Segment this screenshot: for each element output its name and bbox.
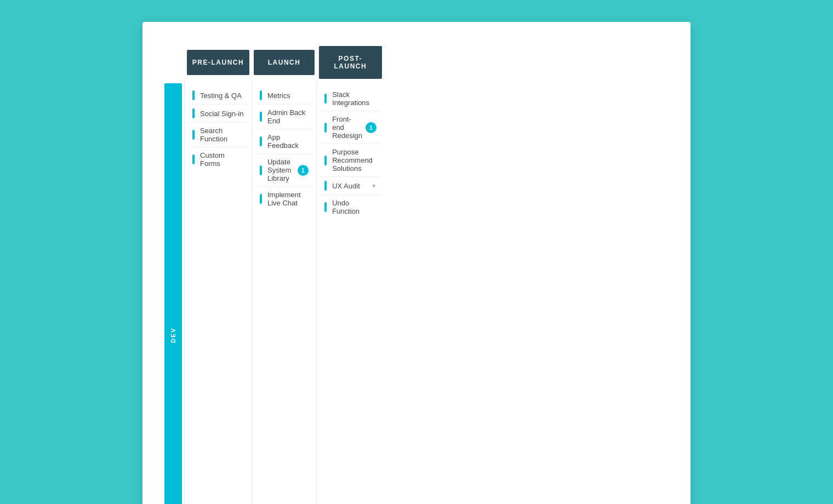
task-label: Metrics: [267, 91, 309, 100]
task-item[interactable]: Slack Integrations: [320, 87, 381, 111]
task-item[interactable]: Undo Function: [320, 195, 381, 219]
task-item[interactable]: Purpose Recommend Solutions: [320, 144, 381, 177]
task-item[interactable]: Testing & QA: [188, 87, 248, 105]
col-header-label: LAUNCH: [254, 50, 314, 75]
task-label: Search Function: [200, 127, 244, 143]
row-dev: DEVTesting & QASocial Sign-inSearch Func…: [164, 81, 384, 504]
kanban-grid: PRE-LAUNCHLAUNCHPOST-LAUNCHDEVTesting & …: [164, 44, 669, 504]
task-bar: [324, 156, 327, 165]
task-bar: [192, 108, 195, 118]
task-bar: [260, 136, 262, 146]
task-bar: [260, 90, 262, 100]
task-item[interactable]: Front-end Redesign1: [320, 111, 381, 144]
task-label: Testing & QA: [200, 91, 244, 100]
col-header-label: POST-LAUNCH: [319, 46, 382, 79]
task-item[interactable]: UX Audit▼: [320, 177, 381, 195]
task-label: Social Sign-in: [200, 110, 244, 118]
cell-dev-pre-launch: Testing & QASocial Sign-inSearch Functio…: [185, 81, 252, 504]
task-bar: [324, 181, 327, 191]
task-item[interactable]: Admin Back End: [255, 105, 313, 129]
task-label: Update System Library: [267, 158, 294, 182]
task-item[interactable]: Search Function: [188, 123, 248, 147]
task-label: Purpose Recommend Solutions: [332, 148, 376, 173]
col-header-launch: LAUNCH: [252, 44, 316, 81]
task-bar: [192, 154, 195, 164]
task-item[interactable]: Implement Live Chat: [255, 187, 313, 211]
task-bar: [324, 202, 327, 212]
task-item[interactable]: Update System Library1: [255, 154, 313, 187]
task-item[interactable]: Social Sign-in: [188, 105, 248, 123]
col-header-pre-launch: PRE-LAUNCH: [185, 44, 252, 81]
task-label: Custom Forms: [200, 151, 244, 168]
task-bar: [260, 194, 262, 204]
task-badge: 1: [366, 122, 376, 133]
task-bar: [260, 165, 262, 175]
task-label: Implement Live Chat: [267, 191, 309, 207]
task-item[interactable]: Custom Forms: [188, 147, 248, 171]
main-card: PRE-LAUNCHLAUNCHPOST-LAUNCHDEVTesting & …: [142, 22, 691, 504]
task-label: UX Audit: [332, 182, 368, 190]
task-label: Slack Integrations: [332, 90, 376, 107]
cell-dev-post-launch: Slack IntegrationsFront-end Redesign1Pur…: [317, 81, 384, 504]
task-label: Front-end Redesign: [332, 115, 362, 140]
dropdown-arrow-icon: ▼: [371, 183, 376, 189]
task-bar: [324, 94, 327, 104]
task-badge: 1: [298, 165, 309, 176]
task-bar: [192, 90, 195, 100]
cell-dev-launch: MetricsAdmin Back EndApp FeedbackUpdate …: [252, 81, 316, 504]
task-bar: [324, 123, 327, 133]
task-label: Admin Back End: [267, 108, 309, 125]
col-header-post-launch: POST-LAUNCH: [317, 44, 384, 81]
task-label: Undo Function: [332, 199, 376, 215]
task-bar: [260, 112, 262, 122]
row-label-dev: DEV: [164, 83, 182, 504]
task-bar: [192, 130, 195, 140]
task-item[interactable]: Metrics: [255, 87, 313, 105]
task-item[interactable]: App Feedback: [255, 129, 313, 154]
col-header-label: PRE-LAUNCH: [187, 50, 250, 75]
task-label: App Feedback: [267, 133, 309, 150]
